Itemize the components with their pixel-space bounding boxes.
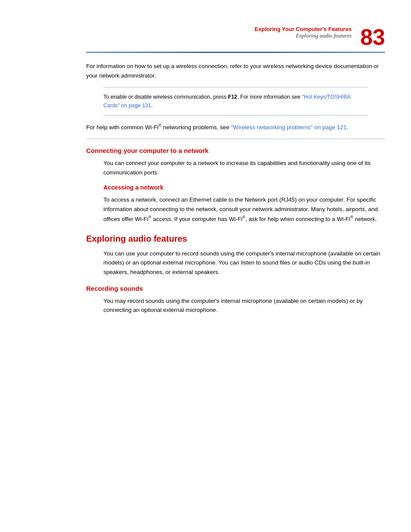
chapter-title: Exploring Your Computer's Features	[86, 26, 352, 32]
content-area: For information on how to set up a wirel…	[0, 62, 411, 315]
section-connecting-heading: Connecting your computer to a network	[86, 147, 385, 154]
page-number: 83	[360, 26, 385, 48]
header-text-block: Exploring Your Computer's Features Explo…	[86, 26, 352, 39]
wifi-sup: ®	[159, 123, 162, 128]
section-exploring-heading: Exploring audio features	[86, 234, 385, 244]
note-text-after: . For more information see	[237, 94, 302, 100]
chapter-subtitle: Exploring audio features	[86, 32, 352, 39]
wifi-help-paragraph: For help with common Wi-Fi® networking p…	[86, 122, 385, 132]
connecting-body: You can connect your computer to a netwo…	[86, 159, 385, 177]
section-accessing-heading: Accessing a network	[86, 184, 385, 191]
wireless-setup-paragraph: For information on how to set up a wirel…	[86, 62, 385, 80]
accessing-mid: access. If your computer has Wi-Fi	[151, 215, 243, 222]
page: Exploring Your Computer's Features Explo…	[0, 0, 411, 532]
wifi-period: .	[347, 124, 349, 131]
accessing-end: network.	[353, 215, 377, 222]
note-box: To enable or disable wireless communicat…	[103, 87, 368, 115]
accessing-sup3: ®	[350, 215, 353, 219]
header-divider	[86, 52, 385, 53]
wifi-help-after: networking problems, see	[162, 124, 231, 131]
note-text: To enable or disable wireless communicat…	[103, 93, 368, 110]
accessing-mid2: , ask for help when connecting to a Wi-F…	[245, 215, 350, 222]
note-text-end: .	[151, 103, 153, 109]
exploring-body: You can use your computer to record soun…	[86, 249, 385, 277]
section-recording-heading: Recording sounds	[86, 285, 385, 292]
note-key: F12	[228, 94, 237, 100]
wifi-help-before: For help with common Wi-Fi	[86, 124, 159, 131]
page-header: Exploring Your Computer's Features Explo…	[0, 26, 411, 48]
note-text-before: To enable or disable wireless communicat…	[103, 94, 228, 100]
accessing-body: To access a network, connect an Ethernet…	[86, 195, 385, 223]
recording-body: You may record sounds using the computer…	[86, 296, 385, 315]
section-divider-1	[86, 139, 385, 139]
wireless-problems-link[interactable]: "Wireless networking problems" on page 1…	[231, 124, 346, 131]
